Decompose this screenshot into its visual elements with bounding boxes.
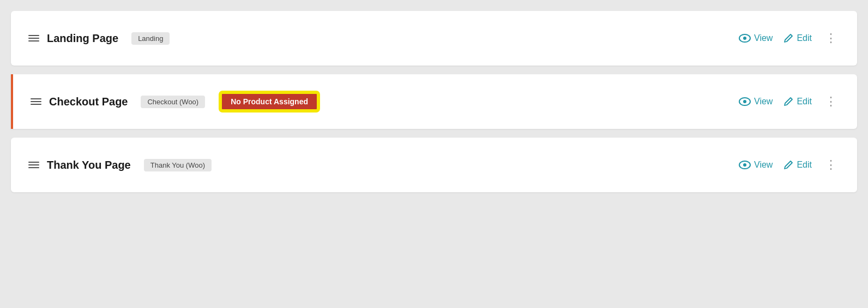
no-product-badge[interactable]: No Product Assigned <box>220 92 318 111</box>
checkout-page-title: Checkout Page <box>49 96 128 108</box>
drag-handle-landing[interactable] <box>28 35 39 42</box>
eye-icon <box>739 34 751 43</box>
thank-you-page-actions: View Edit ⋮ <box>739 159 840 171</box>
landing-view-label: View <box>754 33 773 43</box>
landing-view-button[interactable]: View <box>739 33 773 43</box>
checkout-page-badge: Checkout (Woo) <box>141 96 205 108</box>
checkout-page-actions: View Edit ⋮ <box>739 96 840 108</box>
thankyou-view-label: View <box>754 160 773 170</box>
card-left-checkout: Checkout Page Checkout (Woo) No Product … <box>31 92 739 111</box>
svg-point-5 <box>743 163 746 167</box>
card-left-thankyou: Thank You Page Thank You (Woo) <box>28 159 739 171</box>
svg-point-3 <box>743 100 746 103</box>
checkout-view-button[interactable]: View <box>739 97 773 106</box>
landing-page-actions: View Edit ⋮ <box>739 32 840 44</box>
thankyou-edit-label: Edit <box>797 160 812 170</box>
drag-handle-checkout[interactable] <box>31 98 41 105</box>
thank-you-page-title: Thank You Page <box>47 159 131 171</box>
checkout-page-card: Checkout Page Checkout (Woo) No Product … <box>11 74 857 129</box>
thankyou-edit-button[interactable]: Edit <box>783 160 812 170</box>
pencil-icon <box>783 97 793 106</box>
drag-handle-thankyou[interactable] <box>28 162 39 168</box>
thankyou-view-button[interactable]: View <box>739 160 773 170</box>
landing-page-badge: Landing <box>131 32 170 45</box>
landing-more-button[interactable]: ⋮ <box>823 32 840 44</box>
checkout-edit-label: Edit <box>797 97 812 106</box>
landing-page-card: Landing Page Landing View Edit ⋮ <box>11 11 857 66</box>
thankyou-more-button[interactable]: ⋮ <box>823 159 840 171</box>
checkout-view-label: View <box>754 97 773 106</box>
landing-page-title: Landing Page <box>47 32 118 45</box>
landing-edit-label: Edit <box>797 33 812 43</box>
eye-icon <box>739 97 751 106</box>
svg-point-1 <box>743 37 746 40</box>
thank-you-page-card: Thank You Page Thank You (Woo) View Edit… <box>11 138 857 192</box>
checkout-edit-button[interactable]: Edit <box>783 97 812 106</box>
landing-edit-button[interactable]: Edit <box>783 33 812 43</box>
pencil-icon <box>783 160 793 170</box>
card-left-landing: Landing Page Landing <box>28 32 739 45</box>
thank-you-page-badge: Thank You (Woo) <box>144 159 212 171</box>
checkout-more-button[interactable]: ⋮ <box>823 96 840 108</box>
eye-icon <box>739 161 751 169</box>
pencil-icon <box>783 33 793 43</box>
